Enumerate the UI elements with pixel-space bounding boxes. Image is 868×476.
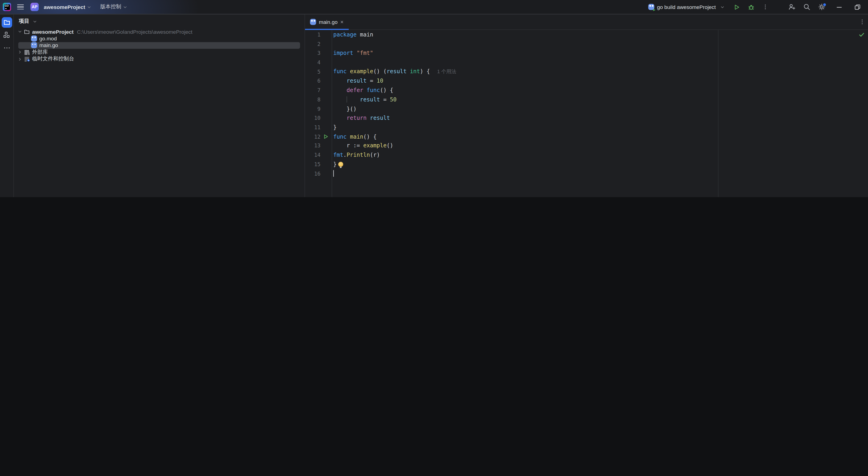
main-menu-button[interactable] xyxy=(15,2,26,12)
code-text: r := example() xyxy=(333,143,393,149)
tab-options-kebab-icon[interactable] xyxy=(859,19,865,25)
code-line-12[interactable]: 12func main() { xyxy=(305,132,868,141)
chevron-right-icon[interactable] xyxy=(17,57,22,61)
project-panel-header[interactable]: 项目 xyxy=(14,14,304,28)
vcs-label: 版本控制 xyxy=(100,3,121,10)
main-area: 项目 awesomeProjectC:\Users\meowr\GolandPr… xyxy=(0,14,868,197)
code-with-me-button[interactable] xyxy=(788,3,795,10)
run-config-label: go build awesomeProject xyxy=(657,4,716,10)
text-caret xyxy=(333,170,334,177)
code-text xyxy=(333,170,334,177)
tree-item-awesomeProject[interactable]: awesomeProjectC:\Users\meowr\GolandProje… xyxy=(14,28,304,35)
line-number: 15 xyxy=(305,161,320,167)
vcs-widget[interactable]: 版本控制 xyxy=(99,2,129,12)
code-line-6[interactable]: 6 result = 10 xyxy=(305,76,868,85)
editor-tab-main-go[interactable]: main.go × xyxy=(305,14,348,29)
more-actions-button[interactable] xyxy=(762,4,769,10)
chevron-down-icon xyxy=(123,5,127,9)
code-text: package main xyxy=(333,31,373,38)
code-line-2[interactable]: 2 xyxy=(305,39,868,49)
gutter-separator xyxy=(332,30,332,197)
code-line-5[interactable]: 5func example() (result int) { 1 个用法 xyxy=(305,67,868,76)
code-line-1[interactable]: 1package main xyxy=(305,30,868,39)
line-number: 11 xyxy=(305,124,320,130)
tree-item-label: go.mod xyxy=(39,36,57,42)
project-panel-title: 项目 xyxy=(19,18,29,25)
code-line-4[interactable]: 4 xyxy=(305,58,868,67)
code-text: } xyxy=(333,161,343,167)
chevron-down-icon xyxy=(720,5,724,9)
tree-item-外部库[interactable]: 外部库 xyxy=(14,49,304,56)
code-text: func example() (result int) { 1 个用法 xyxy=(333,68,456,75)
line-number: 1 xyxy=(305,31,320,38)
hamburger-icon xyxy=(17,4,24,9)
chevron-right-icon[interactable] xyxy=(17,50,22,54)
line-number: 2 xyxy=(305,41,320,47)
restore-button[interactable] xyxy=(854,4,861,10)
code-line-16[interactable]: 16 xyxy=(305,169,868,178)
code-text: defer func() { xyxy=(333,87,393,93)
code-line-7[interactable]: 7 defer func() { xyxy=(305,86,868,95)
code-text: import "fmt" xyxy=(333,50,373,56)
tree-item-main.go[interactable]: main.go xyxy=(14,42,304,49)
line-number: 10 xyxy=(305,115,320,121)
code-text: result = 50 xyxy=(333,96,397,102)
goland-logo-icon: GO xyxy=(3,3,11,11)
editor-tab-label: main.go xyxy=(319,19,338,25)
code-line-10[interactable]: 10 return result xyxy=(305,113,868,123)
line-number: 4 xyxy=(305,59,320,65)
structure-tool-button[interactable] xyxy=(1,30,12,40)
code-line-15[interactable]: 15} xyxy=(305,160,868,169)
search-everywhere-button[interactable] xyxy=(803,3,810,10)
debug-button[interactable] xyxy=(748,4,754,10)
chevron-down-icon[interactable] xyxy=(17,29,22,34)
tree-item-label: awesomeProject xyxy=(32,29,73,35)
project-name: awesomeProject xyxy=(44,4,85,10)
run-configuration-selector[interactable]: go build awesomeProject xyxy=(648,4,724,10)
code-line-3[interactable]: 3import "fmt" xyxy=(305,49,868,58)
project-widget[interactable]: awesomeProject xyxy=(42,2,93,12)
code-line-9[interactable]: 9 }() xyxy=(305,104,868,113)
tree-item-label: main.go xyxy=(39,42,58,49)
project-tool-window: 项目 awesomeProjectC:\Users\meowr\GolandPr… xyxy=(14,14,305,197)
line-number: 13 xyxy=(305,143,320,149)
scratches-icon xyxy=(23,56,30,62)
editor-tab-bar: main.go × xyxy=(305,14,868,30)
tree-item-go.mod[interactable]: go.mod xyxy=(14,35,304,42)
intention-bulb-icon[interactable] xyxy=(338,162,343,167)
code-line-11[interactable]: 11} xyxy=(305,123,868,132)
line-number: 8 xyxy=(305,96,320,102)
folder-tree-icon xyxy=(23,29,30,35)
code-text: fmt.Println(r) xyxy=(333,152,380,158)
editor: main.go × 1package main23import "fmt"45f… xyxy=(305,14,868,197)
code-line-8[interactable]: 8 result = 50 xyxy=(305,95,868,104)
code-text: } xyxy=(333,124,337,130)
code-line-13[interactable]: 13 r := example() xyxy=(305,141,868,150)
close-tab-icon[interactable]: × xyxy=(340,19,344,25)
line-number: 12 xyxy=(305,133,320,140)
chevron-down-icon xyxy=(33,19,37,23)
line-number: 14 xyxy=(305,152,320,158)
line-number: 3 xyxy=(305,50,320,56)
line-number: 9 xyxy=(305,106,320,112)
hard-wrap-guide xyxy=(718,30,718,197)
code-line-14[interactable]: 14fmt.Println(r) xyxy=(305,150,868,159)
project-avatar[interactable]: AP xyxy=(31,3,39,11)
line-number: 5 xyxy=(305,69,320,75)
line-number: 6 xyxy=(305,78,320,84)
code-text: }() xyxy=(333,106,356,112)
run-button[interactable] xyxy=(733,4,740,10)
settings-button[interactable] xyxy=(818,3,825,10)
tool-window-stripe xyxy=(0,14,14,197)
project-tool-button[interactable] xyxy=(1,17,12,28)
tree-item-临时文件和控制台[interactable]: 临时文件和控制台 xyxy=(14,56,304,63)
inspections-ok-icon[interactable] xyxy=(859,32,865,38)
tree-item-label: 临时文件和控制台 xyxy=(32,56,74,63)
goland-window: GO AP awesomeProject 版本控制 go build aweso… xyxy=(0,0,868,197)
library-icon xyxy=(23,49,30,56)
tree-item-path: C:\Users\meowr\GolandProjects\awesomePro… xyxy=(77,29,192,35)
minimize-button[interactable] xyxy=(836,4,842,10)
more-tool-windows-tool-button[interactable] xyxy=(1,43,12,53)
run-gutter-icon[interactable] xyxy=(320,133,331,140)
code-area[interactable]: 1package main23import "fmt"45func exampl… xyxy=(305,30,868,197)
